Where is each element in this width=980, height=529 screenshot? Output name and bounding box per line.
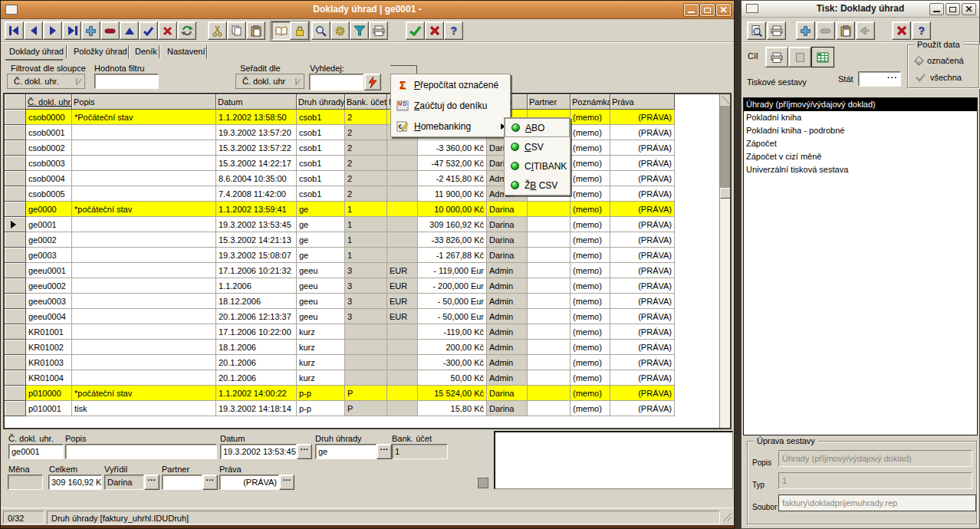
cell-popis[interactable] — [72, 248, 216, 263]
cell-druh[interactable]: csob1 — [297, 171, 345, 186]
cell-id[interactable]: csob0005 — [26, 186, 72, 202]
form-druh-browse-button[interactable]: ··· — [377, 444, 392, 459]
cell-vyridil[interactable]: Darina — [487, 386, 528, 401]
cell-celkem[interactable]: - 200,000 Eur — [418, 278, 487, 294]
cell-prava[interactable]: (PRÁVA) — [610, 125, 675, 140]
cell-vyridil[interactable]: Admin — [487, 294, 528, 309]
form-vyridil-input[interactable]: Darina — [104, 475, 144, 490]
submenu-item-citibank[interactable]: CITIBANK — [505, 156, 570, 176]
cell-popis[interactable] — [72, 278, 216, 294]
cell-druh[interactable]: csob1 — [297, 156, 345, 171]
cell-mena[interactable] — [387, 370, 418, 386]
cell-vyridil[interactable]: Darina — [487, 401, 528, 416]
cell-celkem[interactable]: 200,00 Kč — [418, 340, 487, 355]
stat-browse-dots[interactable]: ··· — [887, 73, 898, 82]
cell-prava[interactable]: (PRÁVA) — [610, 355, 675, 370]
cell-celkem[interactable]: 50,00 Kč — [418, 370, 487, 386]
print-toolbar-paste-button[interactable] — [836, 21, 855, 40]
cell-druh[interactable]: csob1 — [297, 140, 345, 156]
form-datum-input[interactable]: 19.3.2002 13:53:45 — [220, 444, 297, 459]
cell-popis[interactable] — [72, 355, 216, 370]
row-selector[interactable] — [5, 248, 26, 263]
print-toolbar-printer-button[interactable] — [767, 21, 786, 40]
cell-poznamka[interactable]: (memo) — [571, 401, 610, 416]
scrollbar-track-upper[interactable] — [720, 106, 732, 188]
cell-prava[interactable]: (PRÁVA) — [610, 248, 675, 263]
cell-druh[interactable]: geeu — [297, 309, 345, 324]
cell-mena[interactable] — [387, 386, 418, 401]
cell-mena[interactable] — [387, 232, 418, 248]
close-button[interactable]: ✕ — [716, 4, 731, 16]
toolbar-copy-button[interactable] — [227, 21, 246, 40]
cell-id[interactable]: ge0003 — [26, 248, 72, 263]
column-header-druh[interactable]: Druh úhrady — [297, 94, 345, 110]
cell-druh[interactable]: ge — [297, 248, 345, 263]
cell-partner[interactable] — [528, 232, 571, 248]
tab-polo-ky-hrad[interactable]: Položky úhrad — [70, 45, 131, 59]
cell-id[interactable]: p010001 — [26, 401, 72, 416]
maximize-button[interactable] — [700, 4, 715, 16]
cell-ucet[interactable]: 3 — [345, 309, 387, 324]
cell-ucet[interactable]: P — [345, 401, 387, 416]
cell-celkem[interactable]: -47 532,00 Kč — [418, 156, 487, 171]
cell-poznamka[interactable]: (memo) — [571, 156, 610, 171]
toolbar-delete-button[interactable] — [100, 21, 120, 40]
report-list-item[interactable]: Pokladní kniha - podrobné — [744, 124, 977, 137]
cell-prava[interactable]: (PRÁVA) — [610, 294, 675, 309]
cell-datum[interactable]: 18.12.2006 — [216, 294, 297, 309]
form-vyridil-browse-button[interactable]: ··· — [144, 475, 159, 490]
cell-ucet[interactable]: 1 — [345, 232, 387, 248]
cell-druh[interactable]: csob1 — [297, 186, 345, 202]
cell-mena[interactable] — [387, 401, 418, 416]
column-header-ucet[interactable]: Bank. účet — [345, 94, 387, 110]
cell-vyridil[interactable]: Darina — [487, 202, 528, 217]
form-druh-input[interactable]: ge — [315, 444, 377, 459]
cell-id[interactable]: csob0001 — [26, 125, 72, 140]
toolbar-storno-x-button[interactable] — [425, 21, 444, 40]
cell-poznamka[interactable]: (memo) — [571, 140, 610, 156]
search-button[interactable] — [364, 74, 381, 90]
form-prava-browse-button[interactable]: ··· — [279, 475, 294, 490]
row-selector[interactable] — [5, 202, 26, 217]
cell-datum[interactable]: 17.1.2006 10:21:32 — [216, 263, 297, 278]
cell-id[interactable]: KR01004 — [26, 370, 72, 386]
cell-prava[interactable]: (PRÁVA) — [610, 232, 675, 248]
cell-popis[interactable] — [72, 217, 216, 232]
cell-prava[interactable]: (PRÁVA) — [610, 217, 675, 232]
cell-popis[interactable] — [72, 263, 216, 278]
cell-popis[interactable] — [72, 186, 216, 202]
cell-partner[interactable] — [528, 278, 571, 294]
toolbar-insert-button[interactable] — [81, 21, 100, 40]
row-selector[interactable] — [5, 232, 26, 248]
row-selector[interactable] — [5, 340, 26, 355]
cell-partner[interactable] — [528, 248, 571, 263]
cell-mena[interactable]: EUR — [387, 263, 418, 278]
cell-datum[interactable]: 1.1.2002 14:00:22 — [216, 386, 297, 401]
cell-celkem[interactable]: -1 267,88 Kč — [418, 248, 487, 263]
cell-popis[interactable]: *počáteční stav — [72, 386, 216, 401]
cell-id[interactable]: KR01003 — [26, 355, 72, 370]
cell-celkem[interactable]: -33 826,00 Kč — [418, 232, 487, 248]
cell-celkem[interactable]: - 119,000 Eur — [418, 263, 487, 278]
cell-mena[interactable]: EUR — [387, 278, 418, 294]
cell-partner[interactable] — [528, 386, 571, 401]
cell-datum[interactable]: 1.1.2002 13:58:50 — [216, 110, 297, 125]
cell-mena[interactable] — [387, 340, 418, 355]
cell-datum[interactable]: 19.3.2002 13:53:45 — [216, 217, 297, 232]
cell-datum[interactable]: 8.6.2004 10:35:00 — [216, 171, 297, 186]
cell-celkem[interactable]: 15 524,00 Kč — [418, 386, 487, 401]
cell-mena[interactable] — [387, 217, 418, 232]
cell-datum[interactable]: 1.1.2006 — [216, 278, 297, 294]
target-page-gray-button[interactable] — [788, 47, 811, 67]
cell-ucet[interactable] — [345, 340, 387, 355]
report-soubor-field[interactable]: faktury\dokladprijemuhrady.rep — [778, 495, 976, 511]
cell-prava[interactable]: (PRÁVA) — [610, 401, 675, 416]
cell-partner[interactable] — [528, 294, 571, 309]
toolbar-edit-button[interactable] — [120, 21, 139, 40]
cell-popis[interactable] — [72, 324, 216, 340]
vertical-scrollbar[interactable] — [719, 94, 732, 428]
cell-id[interactable]: geeu0001 — [26, 263, 72, 278]
report-list-item[interactable]: Pokladní kniha — [744, 111, 977, 124]
cell-poznamka[interactable]: (memo) — [571, 294, 610, 309]
cell-prava[interactable]: (PRÁVA) — [610, 171, 675, 186]
